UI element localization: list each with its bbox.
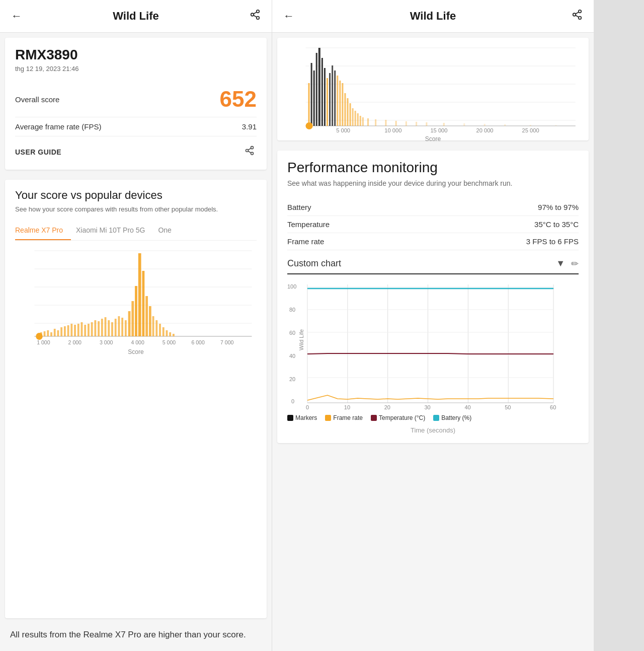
svg-rect-32 (88, 324, 90, 336)
svg-rect-39 (111, 322, 113, 336)
svg-line-9 (248, 148, 251, 150)
battery-label: Battery (287, 203, 311, 211)
svg-rect-89 (339, 81, 341, 126)
svg-rect-27 (70, 324, 72, 336)
left-panel: ← Wild Life RMX3890 thg 12 19, 2023 21:4… (0, 0, 272, 651)
svg-text:50: 50 (505, 404, 511, 410)
svg-rect-88 (337, 76, 338, 126)
framerate-label: Frame rate (287, 237, 324, 246)
svg-text:Wild Life: Wild Life (298, 329, 304, 350)
svg-rect-52 (155, 320, 157, 336)
svg-rect-101 (385, 120, 386, 126)
svg-rect-30 (81, 322, 83, 336)
svg-rect-20 (47, 330, 49, 336)
svg-text:100: 100 (287, 283, 296, 290)
svg-rect-37 (105, 317, 107, 336)
temperature-dot (371, 415, 377, 421)
left-share-button[interactable] (248, 7, 263, 25)
time-label: Time (seconds) (287, 426, 579, 434)
right-header: ← Wild Life (272, 0, 594, 33)
custom-chart-row: Custom chart ▼ ✏ (287, 258, 579, 274)
temperature-label: Temperature (287, 220, 330, 229)
temperature-row: Temperature 35°C to 35°C (287, 216, 579, 233)
tab-xiaomi[interactable]: Xiaomi Mi 10T Pro 5G (76, 221, 153, 240)
svg-rect-43 (125, 320, 127, 336)
temperature-value: 35°C to 35°C (534, 220, 579, 229)
framerate-value: 3 FPS to 6 FPS (526, 237, 579, 246)
svg-text:15 000: 15 000 (430, 127, 447, 133)
left-back-button[interactable]: ← (9, 8, 24, 25)
svg-line-8 (248, 151, 251, 153)
svg-rect-90 (342, 83, 343, 126)
chart-legend: Markers Frame rate Temperature (°C) Batt… (287, 414, 579, 421)
edit-icon[interactable]: ✏ (571, 258, 579, 269)
svg-rect-105 (426, 122, 427, 126)
performance-card: Performance monitoring See what was happ… (277, 151, 589, 443)
svg-rect-57 (173, 334, 175, 336)
svg-rect-92 (347, 98, 348, 126)
distribution-chart: 5 000 10 000 15 000 20 000 25 000 Score (285, 43, 581, 133)
svg-rect-46 (135, 286, 137, 336)
right-back-button[interactable]: ← (281, 8, 296, 25)
custom-chart-label: Custom chart (287, 258, 556, 269)
framerate-legend-label: Frame rate (333, 414, 363, 421)
svg-point-112 (305, 122, 312, 129)
distribution-card: 5 000 10 000 15 000 20 000 25 000 Score (277, 38, 589, 140)
markers-label: Markers (295, 414, 317, 421)
svg-rect-108 (484, 124, 486, 126)
markers-dot (287, 415, 293, 421)
overall-score-label: Overall score (15, 95, 59, 104)
svg-rect-53 (159, 324, 161, 336)
svg-text:0: 0 (306, 404, 309, 410)
temperature-legend-label: Temperature (°C) (379, 414, 425, 421)
svg-text:10: 10 (344, 404, 350, 410)
device-share-button[interactable] (243, 143, 257, 161)
svg-rect-40 (115, 319, 117, 336)
svg-rect-98 (362, 117, 364, 126)
comparison-title: Your score vs popular devices (15, 189, 257, 202)
svg-rect-104 (416, 122, 417, 126)
svg-text:3 000: 3 000 (100, 339, 113, 345)
framerate-row: Frame rate 3 FPS to 6 FPS (287, 233, 579, 250)
right-share-button[interactable] (570, 7, 585, 25)
svg-rect-79 (313, 70, 315, 126)
svg-rect-38 (108, 320, 110, 336)
left-title: Wild Life (113, 10, 158, 23)
svg-text:40: 40 (464, 404, 470, 410)
svg-text:60: 60 (550, 404, 556, 410)
framerate-dot (325, 415, 331, 421)
svg-rect-25 (64, 326, 66, 336)
user-guide-label[interactable]: USER GUIDE (15, 148, 61, 156)
svg-text:20: 20 (384, 404, 390, 410)
device-card: RMX3890 thg 12 19, 2023 21:46 Overall sc… (5, 38, 267, 170)
svg-rect-94 (352, 108, 354, 126)
svg-rect-56 (169, 332, 171, 336)
svg-rect-106 (443, 123, 445, 126)
svg-rect-85 (329, 73, 331, 126)
battery-legend-label: Battery (%) (441, 414, 471, 421)
svg-text:80: 80 (289, 307, 295, 313)
svg-text:1 000: 1 000 (37, 339, 50, 345)
comparison-tabs: Realme X7 Pro Xiaomi Mi 10T Pro 5G One (15, 221, 257, 241)
svg-text:20 000: 20 000 (476, 127, 494, 133)
legend-temperature: Temperature (°C) (371, 414, 425, 421)
svg-text:6 000: 6 000 (191, 339, 204, 345)
svg-rect-99 (367, 118, 369, 126)
svg-rect-29 (77, 324, 79, 336)
tab-one[interactable]: One (158, 221, 179, 240)
svg-line-70 (576, 12, 579, 14)
tab-realme[interactable]: Realme X7 Pro (15, 221, 71, 240)
chart-x-label: Score (15, 348, 257, 355)
monitor-chart: 100 80 60 40 20 0 (287, 279, 579, 410)
svg-rect-97 (360, 116, 361, 126)
left-header: ← Wild Life (0, 0, 272, 33)
dist-chart-x-label: Score (285, 135, 581, 142)
comparison-card: Your score vs popular devices See how yo… (5, 180, 267, 618)
overall-score-row: Overall score 652 (15, 82, 257, 117)
overall-score-value: 652 (220, 87, 257, 112)
perf-title: Performance monitoring (287, 160, 579, 176)
svg-text:10 000: 10 000 (384, 127, 401, 133)
svg-rect-24 (60, 327, 62, 336)
dropdown-arrow-icon[interactable]: ▼ (556, 258, 565, 269)
svg-rect-77 (308, 83, 310, 126)
